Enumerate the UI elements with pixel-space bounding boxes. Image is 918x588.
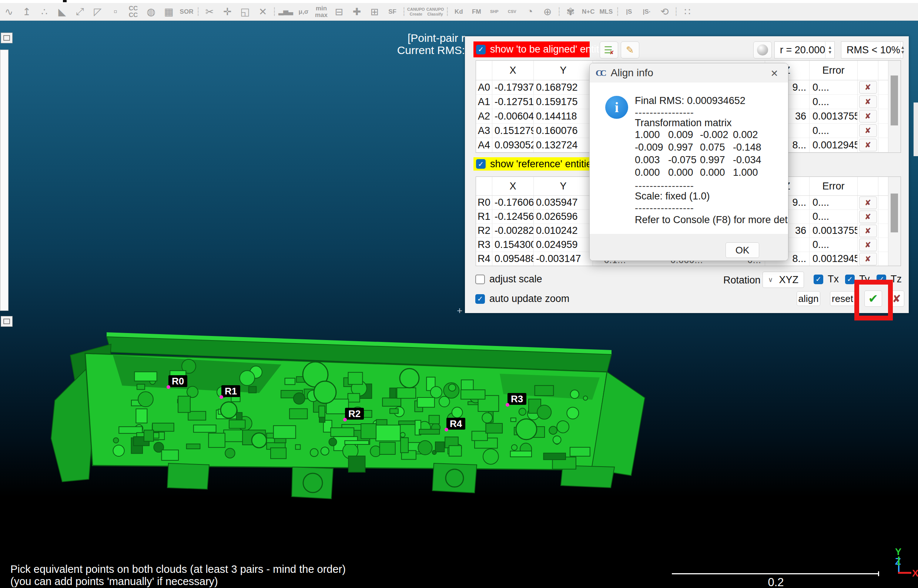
closest-point-set-icon[interactable]: ▫ [107, 4, 124, 19]
cell-error: 0.... [810, 80, 858, 95]
sf-colorscale-icon[interactable]: SF [384, 4, 401, 19]
delete-point-pair-button[interactable]: ✘ [859, 124, 877, 137]
cell-x: 0.151279 [492, 124, 534, 138]
aligned-table-scrollbar[interactable] [888, 61, 900, 152]
sphere-render-icon[interactable]: ◔ [522, 4, 538, 19]
auto-update-zoom-option[interactable]: ✓ auto update zoom [475, 293, 569, 305]
csv-file-icon[interactable]: CSV [504, 4, 520, 19]
scrollbar-thumb[interactable] [891, 194, 898, 233]
radius-spin-arrows[interactable]: ▲▼ [825, 42, 834, 58]
adjust-scale-checkbox[interactable] [475, 275, 485, 284]
clipping-box-icon[interactable]: ◱ [237, 4, 253, 19]
shp-file-icon[interactable]: SHP [486, 4, 502, 19]
point-label-r2[interactable]: R2 [345, 408, 364, 420]
delete-point-pair-button[interactable]: ✘ [859, 110, 877, 123]
gaussian-filter-icon[interactable]: μ,σ [296, 4, 312, 19]
tx-option[interactable]: ✓ Tx [814, 273, 839, 285]
row-label: R0 [476, 196, 492, 210]
delete-point-pair-button[interactable]: ✘ [859, 197, 877, 209]
align-button[interactable]: align [797, 291, 820, 306]
cloud-cloud-distance-icon[interactable]: ⤢ [72, 4, 88, 19]
histogram-icon[interactable]: ▂▅▃ [278, 4, 294, 19]
mesh-delaunay-icon[interactable]: ◣ [54, 4, 70, 19]
pencil-edit-button[interactable]: ✎ [621, 42, 639, 58]
adjust-scale-option[interactable]: adjust scale [475, 273, 542, 285]
delete-point-pair-button[interactable]: ✘ [859, 210, 877, 223]
sor-filter-icon[interactable]: SOR [178, 4, 195, 19]
column-header-error: Error [810, 61, 858, 80]
primitive-factory-icon[interactable]: ◍ [143, 4, 159, 19]
normals-compute-icon[interactable]: N+C [580, 4, 596, 19]
reference-table-scrollbar[interactable] [888, 177, 900, 266]
sf-calculator-icon[interactable]: ⊞ [367, 4, 383, 19]
align-info-dialog: CC Align info ✕ i Final RMS: 0.000934652… [589, 63, 789, 261]
show-reference-row: ✓ show 'reference' entities [474, 157, 600, 171]
reset-button[interactable]: reset [830, 291, 855, 306]
point-cloud-icon[interactable]: ∴ [36, 4, 53, 19]
sf-add-icon[interactable]: ✚ [349, 4, 365, 19]
point-picking-icon[interactable]: ↥ [18, 4, 35, 19]
radius-spinbox[interactable]: r = 20.000 ▲▼ [774, 42, 835, 58]
delete-db-entry-button[interactable]: ☰ ✘ [600, 42, 618, 58]
column-header-y: Y [534, 177, 593, 195]
export-transform-icon[interactable]: ⟲ [656, 4, 672, 19]
fm-icon[interactable]: FM [468, 4, 485, 19]
dialog-title-bar[interactable]: CC Align info [590, 63, 788, 82]
column-header-x: X [492, 61, 534, 80]
cloudcompare-logo-icon: CC [596, 68, 605, 78]
db-delete-x-icon: ✘ [610, 50, 614, 55]
row-label: A0 [476, 80, 492, 95]
rms-threshold-spinbox[interactable]: RMS < 10% ▲▼ [841, 42, 903, 58]
point-label-r1[interactable]: R1 [221, 385, 240, 397]
mls-smoothing-icon[interactable]: MLS [598, 4, 614, 19]
dock-tab-bottom[interactable] [1, 316, 13, 327]
tx-checkbox[interactable]: ✓ [814, 275, 823, 284]
rotation-dropdown[interactable]: ∨ XYZ [763, 271, 804, 288]
cross-section-icon[interactable]: ✕ [255, 4, 271, 19]
trace-polyline-icon[interactable]: ∿ [1, 4, 17, 19]
dock-tab-top[interactable] [1, 32, 13, 43]
show-aligned-checkbox[interactable]: ✓ [476, 45, 486, 54]
kd-tree-icon[interactable]: Kd [451, 4, 467, 19]
sphere-picking-button[interactable] [753, 42, 772, 58]
cell-error: 0.00137554 [810, 109, 858, 124]
point-label-r4[interactable]: R4 [446, 418, 465, 430]
cc-plugin-icon[interactable]: CC CC [125, 4, 141, 19]
delete-point-pair-button[interactable]: ✘ [859, 253, 877, 265]
delete-point-pair-button[interactable]: ✘ [859, 95, 877, 108]
show-reference-checkbox[interactable]: ✓ [476, 159, 486, 169]
corner-cell [476, 177, 492, 195]
canupo-classify-icon[interactable]: CANUPO Classify [427, 4, 444, 19]
size-grip[interactable]: + [457, 305, 462, 317]
canupo-create-icon[interactable]: CANUPO Create [407, 4, 425, 19]
ty-checkbox[interactable]: ✓ [845, 275, 855, 284]
point-label-r0[interactable]: R0 [168, 375, 187, 387]
point-label-r3[interactable]: R3 [507, 393, 526, 405]
scissors-segment-icon[interactable]: ✂ [201, 4, 218, 19]
rms-spin-arrows[interactable]: ▲▼ [900, 42, 905, 58]
m3c2-icon[interactable]: ∷ [679, 4, 695, 19]
puzzle-plugin-icon[interactable]: ✾ [562, 4, 579, 19]
delete-point-pair-button[interactable]: ✘ [859, 239, 877, 251]
ok-button[interactable]: OK [726, 242, 759, 258]
filler-cell [878, 80, 888, 95]
matrix-cell: 0.002 [733, 129, 763, 142]
collapsed-dock-panel[interactable] [0, 50, 8, 311]
delete-point-pair-button[interactable]: ✘ [859, 81, 877, 94]
translate-rotate-icon[interactable]: ✛ [219, 4, 236, 19]
checkerboard-icon[interactable]: ▦ [161, 4, 177, 19]
sf-minmax-filter-icon[interactable]: min max [313, 4, 330, 19]
spline-sample-icon[interactable]: |S· [638, 4, 655, 19]
delete-point-pair-button[interactable]: ✘ [859, 139, 877, 151]
auto-update-zoom-checkbox[interactable]: ✓ [475, 294, 485, 304]
sf-delete-icon[interactable]: ⊟ [331, 4, 347, 19]
spline-fit-icon[interactable]: |S [621, 4, 637, 19]
cell-delete: ✘ [858, 252, 878, 266]
globe-icon[interactable]: ⊕ [539, 4, 556, 19]
toolbar-separator: ┆ [556, 5, 562, 19]
delete-point-pair-button[interactable]: ✘ [859, 225, 877, 237]
scrollbar-thumb[interactable] [891, 76, 898, 126]
cloud-mesh-distance-icon[interactable]: ◸ [90, 4, 106, 19]
cloudcompare-window: ∿↥∴◣⤢◸▫CC CC◍▦SOR┆✂✛◱✕┆▂▅▃μ,σmin max⊟✚⊞S… [0, 0, 918, 588]
dialog-close-button[interactable]: ✕ [768, 67, 781, 79]
